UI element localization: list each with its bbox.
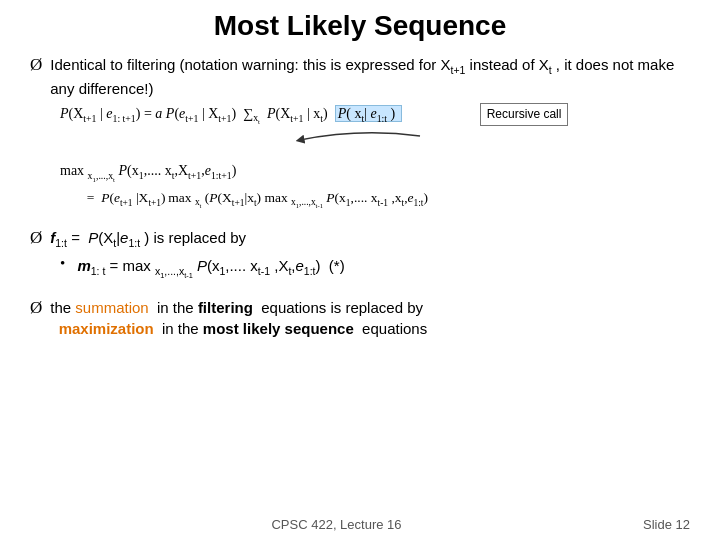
bullet-1-block: Ø Identical to filtering (notation warni… xyxy=(30,54,690,209)
maximization-word: maximization xyxy=(59,320,154,337)
bullet-1-row: Ø Identical to filtering (notation warni… xyxy=(30,54,690,99)
math-line-2: max x1,...,xt P(x1,.... xt,Xt+1,e1:t+1) xyxy=(60,160,690,186)
bullet-2-row: Ø f1:t = P(Xt|e1:t ) is replaced by xyxy=(30,227,690,251)
summation-word: summation xyxy=(75,299,148,316)
bullet-3-block: Ø the summation in the filtering equatio… xyxy=(30,297,690,339)
filtering-word: filtering xyxy=(198,299,253,316)
footer-center: CPSC 422, Lecture 16 xyxy=(271,517,401,532)
page-title: Most Likely Sequence xyxy=(30,10,690,42)
bullet-1-text: Identical to filtering (notation warning… xyxy=(50,54,690,99)
bullet-2-block: Ø f1:t = P(Xt|e1:t ) is replaced by • m1… xyxy=(30,227,690,281)
sub-bullet-text: m1: t = max x1,...,xt-1 P(x1,.... xt-1 ,… xyxy=(73,255,344,281)
footer-right: Slide 12 xyxy=(643,517,690,532)
footer: CPSC 422, Lecture 16 Slide 12 xyxy=(0,517,720,532)
bullet-3-text: the summation in the filtering equations… xyxy=(50,297,427,339)
math-line-1: P(Xt+1 | e1: t+1) = a P(et+1 | Xt+1) ∑xt… xyxy=(60,103,690,129)
math-block-1: P(Xt+1 | e1: t+1) = a P(et+1 | Xt+1) ∑xt… xyxy=(60,103,690,186)
recursive-call-label: Recursive call xyxy=(480,103,569,126)
bullet-3-row: Ø the summation in the filtering equatio… xyxy=(30,297,690,339)
bullet-1-symbol: Ø xyxy=(30,55,42,75)
sub-bullet-symbol: • xyxy=(60,255,65,272)
highlighted-formula: P( xt| e1:t ) xyxy=(335,105,402,122)
page-container: Most Likely Sequence Ø Identical to filt… xyxy=(0,0,720,540)
bullet-2-text: f1:t = P(Xt|e1:t ) is replaced by xyxy=(50,227,246,251)
bullet-3-symbol: Ø xyxy=(30,298,42,318)
arrow-svg xyxy=(280,128,440,150)
bullet-2-symbol: Ø xyxy=(30,228,42,248)
equals-line: = P(et+1 |Xt+1) max xt (P(Xt+1|xt) max x… xyxy=(80,190,690,210)
most-likely-sequence-phrase: most likely sequence xyxy=(203,320,354,337)
sub-bullet-m: • m1: t = max x1,...,xt-1 P(x1,.... xt-1… xyxy=(60,255,690,281)
recursive-arrow xyxy=(280,128,690,157)
